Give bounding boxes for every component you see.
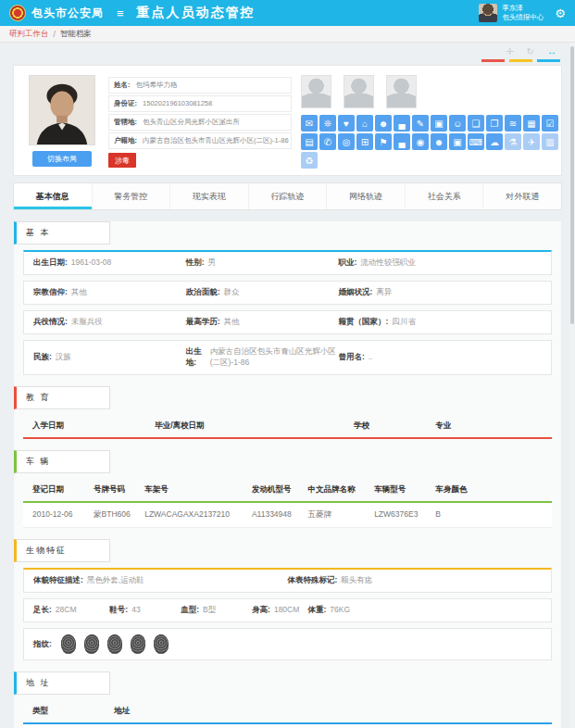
bed-icon[interactable]: ▄ (394, 115, 410, 132)
top-header-bar: 包头市公安局 ≡ 重点人员动态管控 李东泽 包头情报中心 ⚙ (0, 0, 575, 26)
taxi-icon[interactable]: ⊞ (356, 133, 373, 150)
paw-icon[interactable]: ❊ (319, 115, 336, 132)
military-service-label: 兵役情况: (33, 317, 68, 328)
gear-icon[interactable]: ⚙ (555, 6, 566, 20)
tab-network-track[interactable]: 网络轨迹 (327, 183, 406, 209)
register-date-header: 登记日期 (32, 484, 94, 496)
address-row-home: 家庭地址 内蒙古自治区包头市青山区光辉小区(二区)-1-86 (23, 724, 552, 728)
birth-date-value: 1961-03-08 (71, 257, 111, 269)
photo-placeholder (344, 75, 374, 108)
user-avatar[interactable] (479, 4, 497, 22)
person-photo (29, 75, 95, 145)
home-icon[interactable]: ⌂ (356, 115, 373, 132)
switch-layout-button[interactable]: 切换布局 (32, 151, 92, 167)
field-jurisdiction-value: 包头青山区分局光辉小区派出所 (143, 118, 240, 126)
body-mark-value: 额头有痣 (341, 575, 372, 586)
tab-basic-info[interactable]: 基本信息 (14, 183, 93, 209)
check-square-icon[interactable]: ☑ (542, 115, 558, 132)
wifi-icon[interactable]: ≋ (505, 115, 521, 132)
plane-icon[interactable]: ✈ (523, 133, 540, 150)
political-status-label: 政治面貌: (186, 287, 220, 298)
drug-related-badge: 涉毒 (108, 153, 136, 168)
bus-icon[interactable]: ▥ (542, 133, 558, 150)
fingerprint-image[interactable] (106, 634, 122, 655)
fingerprint-image[interactable] (83, 634, 99, 654)
section-basic-title: 基 本 (14, 221, 110, 245)
user-info[interactable]: 李东泽 包头情报中心 (502, 4, 544, 22)
user-name: 李东泽 (502, 4, 544, 13)
tab-movement-track[interactable]: 行踪轨迹 (249, 183, 328, 209)
user-icon[interactable]: ☺ (449, 115, 466, 132)
user-department: 包头情报中心 (502, 13, 544, 22)
fingerprint-label: 指纹: (33, 639, 52, 650)
expand-icon[interactable]: ✛ (506, 46, 513, 56)
birthplace-value: 内蒙古自治区包头市青山区光辉小区(二区)-1-86 (210, 346, 339, 369)
hotel-icon[interactable]: ▄ (394, 133, 410, 150)
file-icon[interactable]: ❏ (468, 115, 484, 132)
address-table-header: 类型 地址 (23, 700, 552, 724)
user-circle-icon[interactable]: ☻ (431, 133, 447, 150)
comment-icon[interactable]: ✉ (301, 115, 318, 132)
bank-icon[interactable]: ▦ (523, 115, 540, 132)
section-biometric-title: 生物特征 (14, 539, 110, 562)
register-date-value: 2010-12-06 (32, 509, 94, 521)
major-header: 专业 (435, 420, 543, 432)
resource-icon-row-3: ♻ (301, 152, 558, 169)
police-car-icon[interactable]: ▣ (449, 133, 466, 150)
school-header: 学校 (354, 420, 435, 432)
flask-icon[interactable]: ⚗ (505, 133, 521, 150)
field-id-value: 150202196103081258 (143, 99, 212, 107)
tab-external-contact[interactable]: 对外联通 (483, 183, 561, 209)
weight-value: 76KG (330, 605, 350, 616)
education-table-header: 入学日期 毕业/离校日期 学校 专业 (23, 415, 552, 439)
plate-number-header: 号牌号码 (94, 484, 144, 496)
users-icon[interactable]: ☻ (375, 115, 392, 132)
trash-icon[interactable]: ♻ (301, 152, 318, 169)
gender-value: 男 (208, 257, 217, 269)
graduation-cap-icon[interactable]: ✎ (412, 115, 429, 132)
fingerprint-image[interactable] (130, 634, 145, 654)
police-badge-logo-icon (9, 5, 26, 21)
body-color-header: 车身颜色 (435, 484, 543, 496)
vehicle-table-row: 2010-12-06 蒙BTH606 LZWACAGAXA2137210 A11… (23, 503, 552, 528)
disc-icon[interactable]: ◉ (412, 133, 429, 150)
phone-icon[interactable]: ✆ (319, 133, 336, 150)
car-icon[interactable]: ▣ (431, 115, 447, 132)
refresh-icon[interactable]: ↻ (527, 46, 534, 56)
breadcrumb-parent[interactable]: 研判工作台 (9, 29, 49, 40)
breadcrumb: 研判工作台 / 智能档案 (0, 26, 575, 43)
resize-icon[interactable]: ↔ (547, 46, 556, 56)
hamburger-menu-icon[interactable]: ≡ (117, 6, 124, 20)
native-place-label: 籍贯（国家）: (338, 317, 388, 328)
section-address-title: 地 址 (14, 672, 110, 695)
profile-card: 切换布局 姓名: 包玛希毕力格 身份证: 150202196103081258 … (13, 65, 562, 176)
section-education-title: 教 育 (14, 386, 110, 409)
theme-bar-red (481, 59, 505, 62)
foot-length-value: 28CM (56, 605, 77, 616)
field-household: 户籍地: 内蒙古自治区包头市青山区光辉小区(二区)-1-86 (108, 132, 292, 149)
image-icon[interactable]: ❐ (486, 115, 503, 132)
heart-icon[interactable]: ♥ (338, 115, 355, 132)
field-household-value: 内蒙古自治区包头市青山区光辉小区(二区)-1-86 (143, 136, 289, 144)
blood-type-value: B型 (203, 605, 216, 616)
theme-bar-blue (537, 59, 560, 62)
app-title: 重点人员动态管控 (137, 5, 256, 21)
id-card-icon[interactable]: ▤ (301, 133, 318, 150)
vin-header: 车架号 (144, 484, 252, 496)
cloud-icon[interactable]: ☁ (486, 133, 503, 150)
rss-icon[interactable]: ◎ (338, 133, 355, 150)
height-label: 身高: (252, 605, 270, 616)
tab-social-relations[interactable]: 社会关系 (406, 183, 484, 209)
fingerprint-row: 指纹: (23, 628, 552, 660)
tab-reality-performance[interactable]: 现实表现 (170, 183, 249, 209)
keyboard-icon[interactable]: ⌨ (468, 133, 484, 150)
tab-police-control[interactable]: 警务管控 (93, 183, 171, 209)
scrollbar-thumb[interactable] (570, 46, 574, 324)
body-mark-label: 体表特殊标记: (288, 575, 338, 586)
fingerprint-image[interactable] (60, 634, 76, 655)
photo-placeholder (386, 75, 417, 108)
tag-icon[interactable]: ⚑ (375, 133, 392, 150)
plate-number-value: 蒙BTH606 (94, 509, 144, 521)
fingerprint-image[interactable] (153, 634, 169, 655)
birth-date-label: 出生日期: (33, 257, 68, 269)
